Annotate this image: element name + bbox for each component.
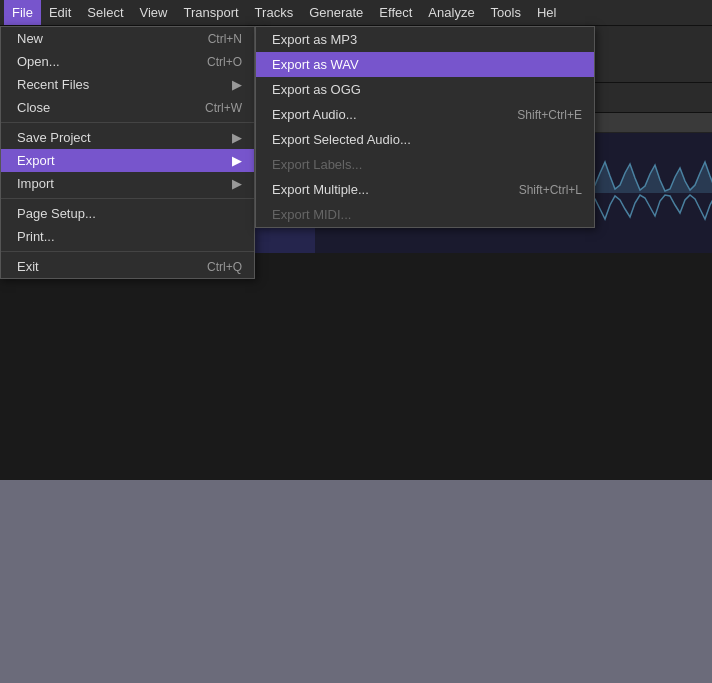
menu-effect[interactable]: Effect (371, 0, 420, 25)
menu-save-project-label: Save Project (17, 130, 91, 145)
menu-open[interactable]: Open... Ctrl+O (1, 50, 254, 73)
export-wav[interactable]: Export as WAV (256, 52, 594, 77)
file-menu: New Ctrl+N Open... Ctrl+O Recent Files ▶… (0, 26, 255, 279)
export-ogg-label: Export as OGG (272, 82, 361, 97)
menu-export-arrow: ▶ (232, 153, 242, 168)
menu-save-project[interactable]: Save Project ▶ (1, 126, 254, 149)
export-submenu: Export as MP3 Export as WAV Export as OG… (255, 26, 595, 228)
export-mp3[interactable]: Export as MP3 (256, 27, 594, 52)
bottom-area (0, 480, 712, 683)
menu-open-label: Open... (17, 54, 60, 69)
menu-print-label: Print... (17, 229, 55, 244)
menu-new-shortcut: Ctrl+N (208, 32, 242, 46)
menu-recent[interactable]: Recent Files ▶ (1, 73, 254, 96)
menu-page-setup[interactable]: Page Setup... (1, 202, 254, 225)
menu-new-label: New (17, 31, 43, 46)
menu-select[interactable]: Select (79, 0, 131, 25)
menu-exit-shortcut: Ctrl+Q (207, 260, 242, 274)
menu-import-label: Import (17, 176, 54, 191)
menu-transport[interactable]: Transport (175, 0, 246, 25)
export-midi: Export MIDI... (256, 202, 594, 227)
export-audio[interactable]: Export Audio... Shift+Ctrl+E (256, 102, 594, 127)
export-ogg[interactable]: Export as OGG (256, 77, 594, 102)
export-selected-audio[interactable]: Export Selected Audio... (256, 127, 594, 152)
export-mp3-label: Export as MP3 (272, 32, 357, 47)
export-labels-label: Export Labels... (272, 157, 362, 172)
export-multiple-shortcut: Shift+Ctrl+L (519, 183, 582, 197)
menu-edit[interactable]: Edit (41, 0, 79, 25)
menu-analyze[interactable]: Analyze (420, 0, 482, 25)
menu-close-label: Close (17, 100, 50, 115)
export-midi-label: Export MIDI... (272, 207, 351, 222)
menu-save-arrow: ▶ (232, 130, 242, 145)
menu-export[interactable]: Export ▶ (1, 149, 254, 172)
separator-1 (1, 122, 254, 123)
menu-view[interactable]: View (132, 0, 176, 25)
menu-print[interactable]: Print... (1, 225, 254, 248)
menu-tracks[interactable]: Tracks (247, 0, 302, 25)
menu-close[interactable]: Close Ctrl+W (1, 96, 254, 119)
menu-recent-label: Recent Files (17, 77, 89, 92)
menu-new[interactable]: New Ctrl+N (1, 27, 254, 50)
menu-page-setup-label: Page Setup... (17, 206, 96, 221)
export-audio-shortcut: Shift+Ctrl+E (517, 108, 582, 122)
separator-2 (1, 198, 254, 199)
menu-open-shortcut: Ctrl+O (207, 55, 242, 69)
menu-tools[interactable]: Tools (483, 0, 529, 25)
menu-export-label: Export (17, 153, 55, 168)
app-window: File Edit Select View Transport Tracks G… (0, 0, 712, 480)
menu-generate[interactable]: Generate (301, 0, 371, 25)
export-audio-label: Export Audio... (272, 107, 357, 122)
menu-bar: File Edit Select View Transport Tracks G… (0, 0, 712, 26)
menu-import-arrow: ▶ (232, 176, 242, 191)
export-multiple-label: Export Multiple... (272, 182, 369, 197)
menu-exit[interactable]: Exit Ctrl+Q (1, 255, 254, 278)
menu-recent-arrow: ▶ (232, 77, 242, 92)
menu-close-shortcut: Ctrl+W (205, 101, 242, 115)
menu-file[interactable]: File (4, 0, 41, 25)
export-wav-label: Export as WAV (272, 57, 359, 72)
menu-exit-label: Exit (17, 259, 39, 274)
menu-help[interactable]: Hel (529, 0, 565, 25)
export-multiple[interactable]: Export Multiple... Shift+Ctrl+L (256, 177, 594, 202)
export-labels: Export Labels... (256, 152, 594, 177)
export-selected-audio-label: Export Selected Audio... (272, 132, 411, 147)
menu-import[interactable]: Import ▶ (1, 172, 254, 195)
separator-3 (1, 251, 254, 252)
